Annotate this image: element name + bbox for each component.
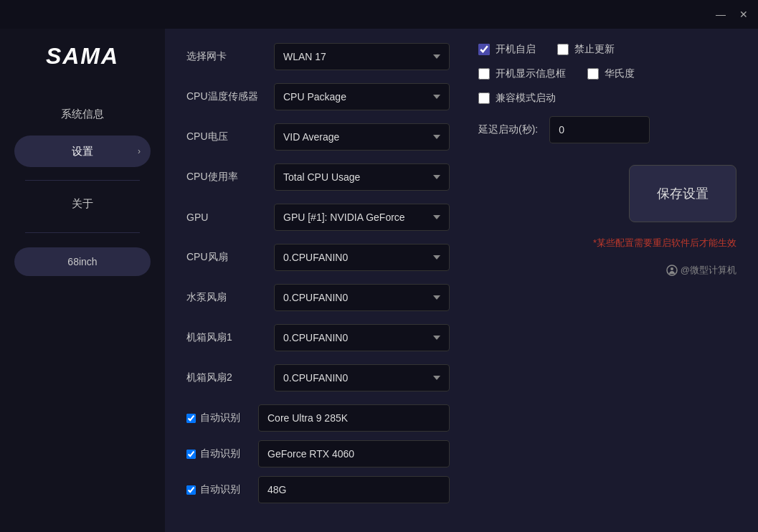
case-fan2-select[interactable]: 0.CPUFANIN0	[274, 364, 450, 391]
cpu-fan-row: CPU风扇 0.CPUFANIN0	[186, 244, 450, 271]
gpu-label: GPU	[186, 212, 265, 223]
fahrenheit-checkbox-item[interactable]: 华氏度	[587, 67, 635, 80]
delay-row: 延迟启动(秒):	[478, 116, 736, 143]
network-card-label: 选择网卡	[186, 50, 265, 63]
cpu-fan-label: CPU风扇	[186, 251, 265, 264]
cpu-temp-row: CPU温度传感器 CPU Package	[186, 83, 450, 110]
chevron-right-icon: ›	[138, 146, 141, 156]
disable-update-checkbox[interactable]	[557, 44, 569, 55]
right-column: 开机自启 禁止更新 开机显示信息框 华氏度	[478, 43, 736, 512]
cpu-usage-select[interactable]: Total CPU Usage	[274, 163, 450, 191]
restart-notice: *某些配置需要重启软件后才能生效	[478, 237, 736, 250]
auto-start-checkbox-item[interactable]: 开机自启	[478, 43, 536, 56]
svg-point-1	[671, 267, 673, 270]
sidebar-item-about[interactable]: 关于	[14, 188, 151, 219]
logo: SAMA	[46, 43, 119, 70]
left-column: 选择网卡 WLAN 17 CPU温度传感器 CPU Package CPU电压 …	[186, 43, 450, 512]
show-info-box-label: 开机显示信息框	[496, 67, 566, 80]
auto-detect-cpu-label[interactable]: 自动识别	[186, 412, 251, 424]
cpu-voltage-select[interactable]: VID Average	[274, 123, 450, 151]
main-content: 选择网卡 WLAN 17 CPU温度传感器 CPU Package CPU电压 …	[165, 29, 758, 532]
cpu-voltage-label: CPU电压	[186, 130, 265, 143]
auto-detect-ram-row: 自动识别 48G	[186, 476, 450, 503]
sidebar-item-label-settings: 设置	[72, 145, 93, 158]
cpu-temp-select[interactable]: CPU Package	[274, 83, 450, 110]
sidebar-item-settings[interactable]: 设置 ›	[14, 136, 151, 167]
disable-update-label: 禁止更新	[574, 43, 615, 56]
compat-mode-checkbox[interactable]	[478, 92, 490, 104]
fahrenheit-label: 华氏度	[605, 67, 635, 80]
fahrenheit-checkbox[interactable]	[587, 68, 599, 80]
title-bar: — ✕	[0, 0, 758, 29]
delay-label: 延迟启动(秒):	[478, 123, 538, 136]
settings-grid: 选择网卡 WLAN 17 CPU温度传感器 CPU Package CPU电压 …	[186, 43, 736, 512]
delay-input[interactable]	[549, 116, 650, 143]
cpu-usage-label: CPU使用率	[186, 171, 265, 184]
sidebar-item-system-info[interactable]: 系统信息	[14, 98, 151, 130]
cpu-temp-label: CPU温度传感器	[186, 90, 265, 103]
pump-fan-select[interactable]: 0.CPUFANIN0	[274, 284, 450, 311]
show-info-box-checkbox-item[interactable]: 开机显示信息框	[478, 67, 566, 80]
checkbox-row-2: 开机显示信息框 华氏度	[478, 67, 736, 80]
compat-mode-row: 兼容模式启动	[478, 92, 736, 105]
auto-detect-cpu-value: Core Ultra 9 285K	[258, 404, 450, 432]
auto-detect-ram-label[interactable]: 自动识别	[186, 483, 251, 496]
auto-detect-gpu-checkbox[interactable]	[186, 450, 196, 459]
auto-detect-gpu-value: GeForce RTX 4060	[258, 440, 450, 467]
case-fan1-label: 机箱风扇1	[186, 331, 265, 344]
cpu-usage-row: CPU使用率 Total CPU Usage	[186, 163, 450, 191]
auto-start-label: 开机自启	[496, 43, 536, 56]
case-fan2-row: 机箱风扇2 0.CPUFANIN0	[186, 364, 450, 391]
case-fan2-label: 机箱风扇2	[186, 371, 265, 384]
checkbox-row-1: 开机自启 禁止更新	[478, 43, 736, 56]
minimize-button[interactable]: —	[715, 9, 726, 20]
auto-detect-cpu-checkbox[interactable]	[186, 414, 196, 423]
auto-detect-ram-checkbox[interactable]	[186, 485, 196, 495]
cpu-fan-select[interactable]: 0.CPUFANIN0	[274, 244, 450, 271]
auto-detect-cpu-row: 自动识别 Core Ultra 9 285K	[186, 404, 450, 432]
cpu-voltage-row: CPU电压 VID Average	[186, 123, 450, 151]
save-settings-button[interactable]: 保存设置	[629, 165, 736, 222]
device-label: 68inch	[67, 256, 97, 267]
sidebar-item-label-about: 关于	[72, 197, 93, 211]
case-fan1-select[interactable]: 0.CPUFANIN0	[274, 324, 450, 351]
compat-mode-label: 兼容模式启动	[496, 92, 556, 105]
pump-fan-label: 水泵风扇	[186, 291, 265, 304]
gpu-row: GPU GPU [#1]: NVIDIA GeForce	[186, 204, 450, 231]
network-card-row: 选择网卡 WLAN 17	[186, 43, 450, 70]
close-button[interactable]: ✕	[738, 9, 749, 20]
auto-start-checkbox[interactable]	[478, 44, 490, 55]
sidebar-divider	[25, 180, 140, 181]
sidebar-divider-2	[25, 232, 140, 233]
watermark: @微型计算机	[478, 264, 736, 277]
auto-detect-gpu-label[interactable]: 自动识别	[186, 447, 251, 460]
compat-mode-checkbox-item[interactable]: 兼容模式启动	[478, 92, 556, 105]
pump-fan-row: 水泵风扇 0.CPUFANIN0	[186, 284, 450, 311]
gpu-select[interactable]: GPU [#1]: NVIDIA GeForce	[274, 204, 450, 231]
watermark-text: @微型计算机	[681, 264, 736, 277]
device-button[interactable]: 68inch	[14, 247, 151, 276]
auto-detect-ram-value: 48G	[258, 476, 450, 503]
auto-detect-gpu-row: 自动识别 GeForce RTX 4060	[186, 440, 450, 467]
sidebar-item-label-system-info: 系统信息	[61, 108, 104, 121]
show-info-box-checkbox[interactable]	[478, 68, 490, 80]
network-card-select[interactable]: WLAN 17	[274, 43, 450, 70]
sidebar: SAMA 系统信息 设置 › 关于 68inch	[0, 29, 165, 532]
case-fan1-row: 机箱风扇1 0.CPUFANIN0	[186, 324, 450, 351]
disable-update-checkbox-item[interactable]: 禁止更新	[557, 43, 615, 56]
watermark-icon	[666, 265, 678, 276]
app-body: SAMA 系统信息 设置 › 关于 68inch 选择网卡 WLAN 17	[0, 29, 758, 532]
